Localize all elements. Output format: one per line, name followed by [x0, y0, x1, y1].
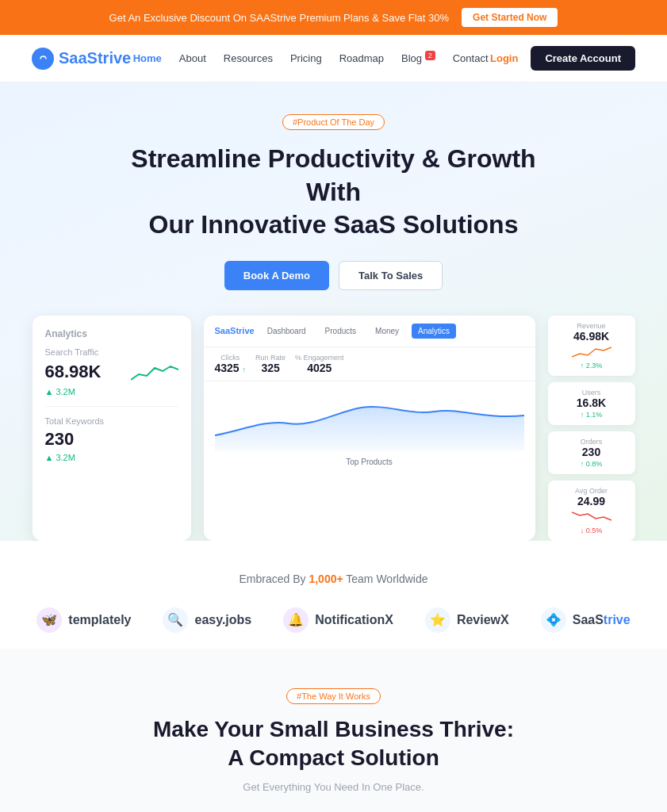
create-account-button[interactable]: Create Account [531, 46, 635, 71]
nav-contact[interactable]: Contact [453, 52, 489, 64]
metric-engagement: % Engagement 4025 [295, 354, 344, 374]
tab-analytics[interactable]: Analytics [412, 324, 456, 339]
notificationx-icon: 🔔 [283, 607, 309, 633]
book-demo-button[interactable]: Book A Demo [224, 261, 329, 290]
search-traffic-label: Search Traffic 68.98K ▲ 3.2M [45, 347, 178, 396]
tab-dashboard[interactable]: Dashboard [261, 324, 312, 339]
analytics-card: Analytics Search Traffic 68.98K ▲ 3.2M T… [33, 316, 191, 541]
main-dashboard-card: SaaStrive Dashboard Products Money Analy… [204, 316, 535, 541]
search-traffic-change: ▲ 3.2M [45, 387, 178, 396]
total-keywords-change: ▲ 3.2M [45, 453, 178, 462]
brand-saastrive: 💠 SaaStrive [541, 607, 631, 633]
metric-clicks: Clicks 4325 ↑ [215, 354, 247, 374]
navbar: SaaStrive Home About Resources Pricing R… [0, 35, 667, 82]
dashboard-metrics: Clicks 4325 ↑ Run Rate 325 % Engagement … [204, 347, 535, 381]
works-subheading: Get Everything You Need In One Place. [32, 781, 635, 793]
nav-links: Home About Resources Pricing Roadmap Blo… [133, 52, 489, 64]
side-stat-avg-order: Avg Order 24.99 ↓ 0.5% [548, 481, 635, 541]
total-keywords-section: Total Keywords 230 ▲ 3.2M [45, 416, 178, 462]
logo: SaaStrive [32, 48, 131, 70]
brand-notificationx: 🔔 NotificationX [283, 607, 393, 633]
avgorder-sparkline [572, 508, 611, 523]
brand-reviewx: ⭐ ReviewX [425, 607, 509, 633]
dashboard-footer: Top Products [204, 453, 535, 471]
dash-logo: SaaStrive [215, 326, 255, 335]
nav-about[interactable]: About [179, 52, 206, 64]
nav-blog[interactable]: Blog 2 [401, 52, 435, 64]
works-section: #The Way It Works Make Your Small Busine… [0, 649, 667, 812]
metric-runrate: Run Rate 325 [255, 354, 286, 374]
top-products-label: Top Products [346, 458, 392, 466]
nav-pricing[interactable]: Pricing [290, 52, 322, 64]
logo-icon [32, 48, 54, 70]
reviewx-icon: ⭐ [425, 607, 450, 633]
blog-badge: 2 [425, 51, 435, 60]
login-button[interactable]: Login [490, 52, 518, 64]
works-badge: #The Way It Works [286, 688, 381, 704]
side-stat-revenue: Revenue 46.98K ↑ 2.3% [548, 316, 635, 376]
banner-text: Get An Exclusive Discount On SAAStrive P… [109, 12, 449, 24]
tab-money[interactable]: Money [369, 324, 405, 339]
analytics-title: Analytics [45, 328, 178, 339]
saastrive-brand-icon: 💠 [541, 607, 566, 633]
trust-label: Embraced By 1,000+ Team Worldwide [32, 573, 635, 585]
dashboard-chart [204, 381, 535, 453]
hero-heading: Streamline Productivity & Growth With Ou… [112, 143, 556, 242]
revenue-sparkline [572, 343, 611, 358]
side-stat-orders: Orders 230 ↑ 0.8% [548, 431, 635, 474]
trust-count: 1,000+ [309, 573, 343, 585]
brand-templately: 🦋 templately [36, 607, 131, 633]
side-stat-users: Users 16.8K ↑ 1.1% [548, 382, 635, 425]
talk-sales-button[interactable]: Talk To Sales [339, 261, 443, 290]
product-badge: #Product Of The Day [282, 114, 385, 130]
search-sparkline [131, 360, 178, 384]
trust-section: Embraced By 1,000+ Team Worldwide 🦋 temp… [0, 541, 667, 649]
brand-easyjobs: 🔍 easy.jobs [163, 607, 251, 633]
nav-resources[interactable]: Resources [224, 52, 273, 64]
svg-point-0 [37, 53, 48, 64]
nav-roadmap[interactable]: Roadmap [339, 52, 384, 64]
templately-icon: 🦋 [36, 607, 62, 633]
hero-dashboard: Analytics Search Traffic 68.98K ▲ 3.2M T… [33, 316, 635, 541]
search-traffic-value: 68.98K [45, 362, 102, 382]
total-keywords-value: 230 [45, 429, 178, 450]
banner-cta-button[interactable]: Get Started Now [462, 8, 558, 27]
easyjobs-icon: 🔍 [163, 607, 188, 633]
works-heading: Make Your Small Business Thrive: A Compa… [144, 715, 524, 773]
logo-text: SaaStrive [59, 49, 131, 67]
hero-buttons: Book A Demo Talk To Sales [32, 261, 635, 290]
top-banner: Get An Exclusive Discount On SAAStrive P… [0, 0, 667, 35]
nav-actions: Login Create Account [490, 46, 635, 71]
brand-logos: 🦋 templately 🔍 easy.jobs 🔔 NotificationX… [32, 607, 635, 633]
tab-products[interactable]: Products [319, 324, 362, 339]
hero-section: #Product Of The Day Streamline Productiv… [0, 82, 667, 541]
side-stats: Revenue 46.98K ↑ 2.3% Users 16.8K ↑ 1.1%… [548, 316, 635, 541]
nav-home[interactable]: Home [133, 52, 162, 64]
dashboard-header: SaaStrive Dashboard Products Money Analy… [204, 316, 535, 347]
